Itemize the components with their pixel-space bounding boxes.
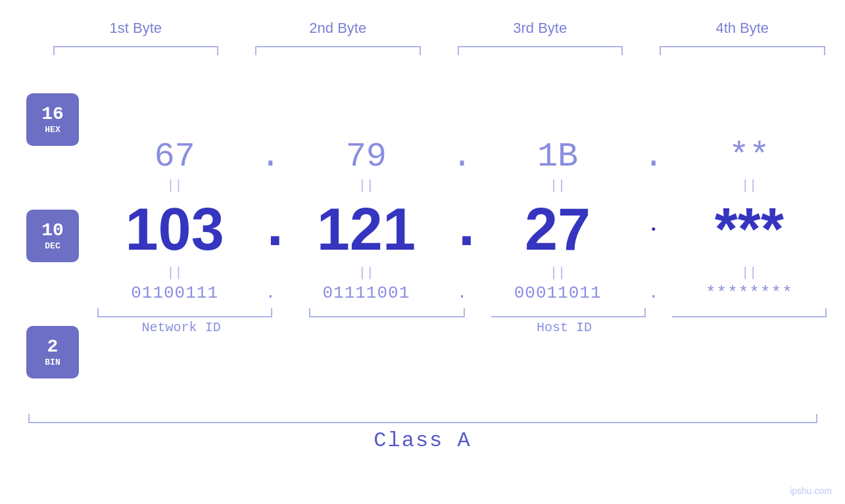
dec-badge-number: 10 <box>41 221 64 241</box>
hex-dot-2: . <box>449 137 475 176</box>
bin-badge-label: BIN <box>45 357 60 367</box>
watermark: ipshu.com <box>790 486 832 496</box>
hex-value-3: 1B <box>475 137 640 176</box>
dec-badge: 10 DEC <box>26 210 79 262</box>
bin-dot-2: . <box>449 283 475 303</box>
byte-header-3: 3rd Byte <box>452 20 629 37</box>
host-bracket-container <box>309 308 827 317</box>
dec-row: 103 . 121 . 27 ● *** <box>92 196 832 263</box>
hex-badge: 16 HEX <box>26 93 79 146</box>
eq-6: || <box>283 265 448 281</box>
host-id-label: Host ID <box>297 320 832 335</box>
eq-7: || <box>475 265 640 281</box>
byte-header-1: 1st Byte <box>48 20 224 37</box>
top-bracket-2 <box>255 46 421 55</box>
class-label: Class A <box>15 428 831 453</box>
hex-value-4: ** <box>667 137 832 176</box>
dec-dot-1: . <box>257 196 283 263</box>
network-id-label: Network ID <box>92 320 270 335</box>
dec-value-3: 27 <box>475 196 640 263</box>
bin-value-3: 00011011 <box>475 283 640 303</box>
bin-value-4: ******** <box>667 283 832 303</box>
hex-value-2: 79 <box>283 137 448 176</box>
hex-row: 67 . 79 . 1B . ** <box>92 137 832 176</box>
class-bracket <box>15 414 831 423</box>
bin-value-2: 01111001 <box>283 283 448 303</box>
main-container: 1st Byte 2nd Byte 3rd Byte 4th Byte 16 <box>0 0 845 504</box>
dec-value-1: 103 <box>92 196 257 263</box>
eq-1: || <box>92 178 257 193</box>
bin-dot-1: . <box>257 283 283 303</box>
top-bracket-3 <box>458 46 623 55</box>
bin-dot-3: . <box>640 283 667 303</box>
byte-header-2: 2nd Byte <box>250 20 426 37</box>
eq-row-1: || || || || <box>92 176 832 196</box>
eq-8: || <box>667 265 832 281</box>
top-bracket-4 <box>660 46 825 55</box>
bin-value-1: 01100111 <box>92 283 257 303</box>
bin-badge: 2 BIN <box>26 326 79 378</box>
dec-value-2: 121 <box>283 196 448 263</box>
hex-dot-1: . <box>257 137 283 176</box>
network-bracket <box>97 308 272 317</box>
id-labels: Network ID Host ID <box>92 320 832 335</box>
eq-2: || <box>283 178 448 193</box>
byte-header-4: 4th Byte <box>654 20 831 37</box>
bin-badge-number: 2 <box>47 337 59 357</box>
dec-dot-2: . <box>449 196 475 263</box>
bin-row: 01100111 . 01111001 . 00011011 . *******… <box>92 283 832 303</box>
eq-5: || <box>92 265 257 281</box>
eq-4: || <box>667 178 832 193</box>
dec-value-4: *** <box>667 196 832 263</box>
eq-3: || <box>475 178 640 193</box>
hex-badge-number: 16 <box>41 104 64 125</box>
top-bracket-1 <box>53 46 219 55</box>
hex-badge-label: HEX <box>45 125 60 135</box>
badges-column: 16 HEX 10 DEC 2 BIN <box>0 62 92 410</box>
hex-value-1: 67 <box>92 137 257 176</box>
eq-row-2: || || || || <box>92 263 832 283</box>
bottom-brackets <box>92 308 832 317</box>
dec-dot-3: ● <box>640 225 667 234</box>
hex-dot-3: . <box>640 137 667 176</box>
dec-badge-label: DEC <box>45 241 60 251</box>
